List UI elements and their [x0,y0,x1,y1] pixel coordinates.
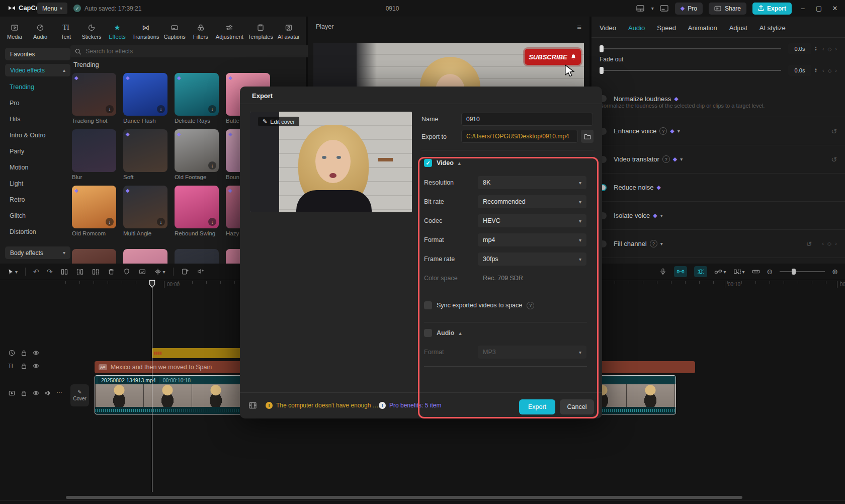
effect-card[interactable]: ◆ ↓ Old Footage [175,129,219,180]
layout-toggle-icon[interactable] [636,5,645,12]
reset-icon[interactable]: ↺ [831,155,837,163]
player-menu-icon[interactable]: ≡ [577,23,581,31]
tab-effects[interactable]: ★Effects [107,19,128,44]
effect-card[interactable]: ◆ ↓ Old Romcom [72,186,116,236]
export-path-input[interactable]: C:/Users/TOPGUS/Desktop/0910.mp4 [461,130,578,143]
effect-card[interactable]: ◆ ↓ Tracking Shot [72,73,116,124]
share-button[interactable]: Share [709,3,746,15]
magnetic-snap-button[interactable] [674,266,687,277]
menu-button[interactable]: Menu▾ [37,3,67,14]
inspector-tab[interactable]: Adjust [729,24,747,32]
tab-filters[interactable]: Filters [190,19,211,44]
delete-right-button[interactable] [92,267,100,277]
tab-captions[interactable]: Captions [163,19,185,44]
video-checkbox[interactable]: ✓ [424,159,432,167]
zoom-slider[interactable] [780,271,825,272]
effect-card[interactable] [175,249,219,264]
setting-dropdown[interactable]: mp4 ▾ [478,233,586,246]
cancel-button[interactable]: Cancel [560,399,594,414]
pro-button[interactable]: ◆Pro [675,3,703,15]
keyframe-controls[interactable]: ‹◇› [822,67,837,73]
category-item[interactable]: Light [0,176,60,192]
inspector-tab[interactable]: Audio [628,24,645,32]
delete-button[interactable] [107,267,115,277]
sync-checkbox[interactable] [424,301,432,309]
duration-value[interactable]: 0.0s [788,43,811,54]
effect-card[interactable] [123,249,167,264]
tab-text[interactable]: TIText [55,19,76,44]
minimize-button[interactable]: – [798,5,808,12]
tab-audio[interactable]: Audio [30,19,51,44]
effect-card[interactable] [72,249,116,264]
split-button[interactable] [60,267,68,277]
close-button[interactable]: ✕ [830,5,840,12]
duration-value[interactable]: 0.0s [788,65,811,76]
name-input[interactable]: 0910 [461,113,593,126]
slider-handle[interactable] [600,45,604,52]
slider[interactable] [600,48,781,49]
download-icon[interactable]: ↓ [106,105,114,113]
eye-icon[interactable] [32,362,40,370]
playhead-handle[interactable] [149,280,155,288]
download-icon[interactable]: ↓ [208,161,216,170]
tab-transitions[interactable]: ⋈Transitions [132,19,159,44]
pro-benefits-link[interactable]: ! Pro benefits: 5 item [379,402,441,409]
stepper[interactable]: ▲▼ [814,68,817,73]
category-item[interactable]: Trending [0,79,60,95]
video-effects-button[interactable]: Video effects▴ [5,64,70,76]
delete-left-button[interactable] [76,267,84,277]
select-tool-button[interactable]: ▾ [7,267,18,277]
undo-button[interactable]: ↶ [33,267,39,277]
lock-icon[interactable] [20,362,28,370]
chevron-down-icon[interactable]: ▾ [660,213,663,218]
playhead[interactable] [152,281,152,492]
chevron-up-icon[interactable]: ▴ [459,330,461,336]
download-icon[interactable]: ↓ [157,105,165,113]
effect-card[interactable]: Blur [72,129,116,180]
preview-axis-button[interactable]: ▾ [733,267,745,277]
redo-button[interactable]: ↷ [47,267,53,277]
mirror-button[interactable]: ▾ [154,267,165,277]
effect-card[interactable]: ◆ ↓ Delicate Rays [175,73,219,124]
eye-icon[interactable] [32,349,40,357]
chevron-up-icon[interactable]: ▴ [458,160,461,166]
category-item[interactable]: Hits [0,111,60,127]
category-item[interactable]: Pro [0,95,60,111]
effect-card[interactable]: ◆ Soft [123,129,167,180]
category-item[interactable]: Intro & Outro [0,127,60,143]
tab-ai-avatar[interactable]: AI avatar [278,19,300,44]
audio-checkbox[interactable] [424,329,432,337]
setting-dropdown[interactable]: Recommended ▾ [478,195,586,208]
category-item[interactable]: Motion [0,159,60,176]
audio-format-dropdown[interactable]: MP3 ▾ [478,346,586,359]
mask-button[interactable] [123,267,131,277]
chevron-down-icon[interactable]: ▾ [678,128,680,134]
link-button[interactable]: ▾ [714,267,726,277]
record-voiceover-button[interactable] [659,267,667,277]
stepper[interactable]: ▲▼ [814,46,817,51]
timeline-scale-button[interactable] [752,267,760,277]
inspector-tab[interactable]: Animation [688,24,717,32]
favorites-button[interactable]: Favorites [5,48,70,60]
category-item[interactable]: Distortion [0,224,60,240]
browse-folder-button[interactable] [581,130,594,143]
chevron-down-icon[interactable]: ▾ [651,6,654,11]
edit-cover-button[interactable]: ✎ Edit cover [258,117,299,126]
add-file-button[interactable] [181,267,189,277]
inspector-tab[interactable]: Speed [657,24,676,32]
export-confirm-button[interactable]: Export [519,399,555,414]
horizontal-scrollbar[interactable] [66,496,742,499]
zoom-slider-handle[interactable] [792,269,796,275]
lock-icon[interactable] [20,349,28,357]
slider[interactable] [600,70,781,71]
category-item[interactable]: Party [0,143,60,159]
slider-handle[interactable] [600,67,604,74]
effect-card[interactable]: ◆ ↓ Multi Angle [123,186,167,236]
extract-audio-button[interactable] [197,267,205,277]
zoom-out-icon[interactable]: ⊖ [767,267,773,277]
maximize-button[interactable]: ▢ [814,5,824,12]
download-icon[interactable]: ↓ [208,218,216,226]
reset-icon[interactable]: ↺ [831,127,837,135]
export-button-top[interactable]: Export [752,3,792,15]
download-icon[interactable]: ↓ [157,218,165,226]
